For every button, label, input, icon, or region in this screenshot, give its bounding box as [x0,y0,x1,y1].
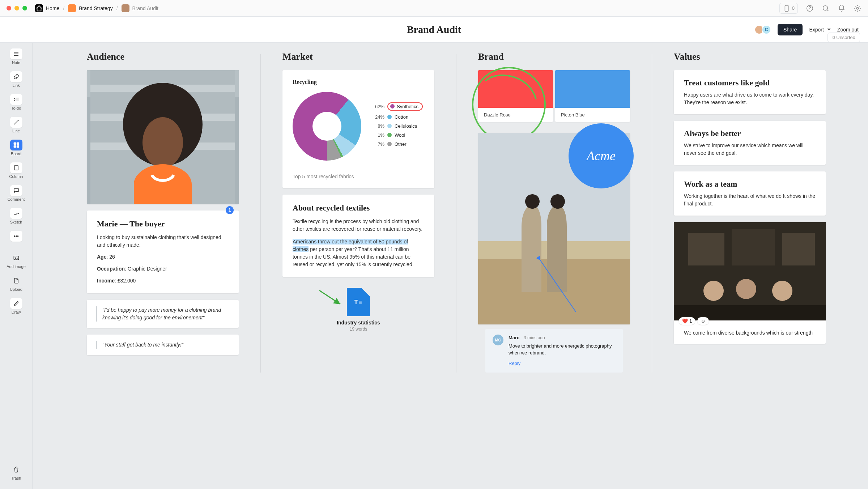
home-icon [35,4,43,12]
column-divider [260,54,261,373]
column-market: Market Recycling 62% Synthetics 24%Cot [282,51,434,373]
comment-timestamp: 3 mins ago [524,335,545,340]
tool-sketch[interactable]: Sketch [3,206,29,226]
share-button[interactable]: Share [778,24,803,35]
pencil-icon [13,300,20,307]
line-icon [13,119,20,126]
tool-label: Note [12,60,20,65]
reaction-count: 1 [689,318,692,324]
device-icon [783,4,791,12]
kv-value: 26 [109,254,115,260]
tool-draw[interactable]: Draw [3,296,29,316]
chart-caption: Top 5 most recycled fabrics [293,174,424,179]
tool-note[interactable]: Note [3,46,29,67]
bell-icon[interactable] [838,4,846,12]
tool-board[interactable]: Board [3,137,29,158]
folder-icon [122,4,129,12]
add-reaction-button[interactable]: ☺ [697,317,709,325]
legend-label: Cotton [395,114,408,120]
tool-add-image[interactable]: Add image [3,250,29,271]
document-block[interactable]: T≡ Industry statistics 19 words [282,288,434,332]
export-button[interactable]: Export [809,27,830,33]
reply-button[interactable]: Reply [509,360,616,367]
unsorted-count: 0 [832,35,835,40]
comment-thread[interactable]: MC Marc 3 mins ago Move to brighter and … [485,329,623,373]
trash-icon [13,466,20,473]
persona-card[interactable]: 1 Marie — The buyer Looking to buy susta… [87,211,239,293]
tool-label: Link [12,83,20,88]
tool-label: Upload [10,287,22,292]
comment-count-badge[interactable]: 1 [226,206,234,214]
chart-title: Recycling [293,79,424,85]
recycling-chart-card[interactable]: Recycling 62% Synthetics 24%Cotton 8%Cel… [282,70,434,188]
svg-point-13 [15,257,16,258]
svg-rect-8 [14,166,18,170]
svg-point-3 [856,7,859,9]
avatar: MC [493,335,503,345]
value-body: Working together is the heart of what we… [684,192,816,208]
upload-icon [13,277,20,284]
quote-text: "I'd be happy to pay more money for a cl… [96,306,229,322]
comment-text: Move to brighter and more energetic phot… [509,343,616,357]
tool-trash[interactable]: Trash [3,462,29,482]
svg-point-11 [17,236,18,237]
note-icon [13,51,20,57]
acme-logo-badge: Acme [569,123,634,188]
minimize-window-icon[interactable] [14,6,19,10]
device-count: 0 [792,5,795,11]
value-card[interactable]: Treat customers like gold Happy users ar… [674,70,826,114]
help-icon[interactable] [806,4,814,12]
brand-photo-card[interactable]: Acme [478,133,630,324]
card-text: per person per year? That's about 11 mil… [293,246,414,267]
column-divider [652,54,652,373]
quote-card[interactable]: "I'd be happy to pay more money for a cl… [87,300,239,328]
annotation-arrow [319,290,344,308]
reactions: ❤️ 1 ☺ [679,317,709,325]
persona-photo [87,70,239,204]
legend-label: Cellulosics [395,123,417,129]
board-canvas[interactable]: Audience 1 [33,43,868,489]
tool-column[interactable]: Column [3,160,29,181]
tool-upload[interactable]: Upload [3,273,29,294]
breadcrumb-current[interactable]: Brand Audit [122,4,158,12]
value-title: Always be better [684,129,816,138]
breadcrumb-home[interactable]: Home [35,4,59,12]
svg-point-31 [736,279,756,299]
breadcrumb-current-label: Brand Audit [132,5,158,11]
unsorted-pill[interactable]: 0 Unsorted [827,33,860,42]
tool-link[interactable]: Link [3,69,29,90]
device-indicator[interactable]: 0 [779,3,798,14]
reaction-heart[interactable]: ❤️ 1 [679,317,695,325]
column-heading: Values [674,51,826,62]
swatch-card[interactable]: Picton Blue [555,70,630,122]
zoom-out-button[interactable]: Zoom out [837,27,859,33]
maximize-window-icon[interactable] [22,6,27,10]
presence-avatars[interactable]: C [757,25,771,34]
value-card[interactable]: Work as a team Working together is the h… [674,171,826,216]
persona-image-card[interactable] [87,70,239,204]
column-brand: Brand Dazzle Rose Picton Blue [478,51,630,373]
values-photo-card[interactable]: ❤️ 1 ☺ We come from diverse backgrounds … [674,222,826,344]
value-title: Treat customers like gold [684,78,816,88]
column-icon [13,165,20,171]
sketch-icon [13,210,20,217]
legend-label: Wool [395,132,405,138]
breadcrumb-parent[interactable]: Brand Strategy [68,4,112,12]
quote-text: "Your staff got back to me instantly!" [96,341,229,349]
gear-icon[interactable] [854,4,861,12]
tool-more[interactable] [3,229,29,244]
search-icon[interactable] [822,4,830,12]
donut-chart [293,92,361,161]
tool-todo[interactable]: To-do [3,92,29,112]
team-photo [674,222,826,320]
close-window-icon[interactable] [7,6,11,10]
column-heading: Brand [478,51,630,62]
todo-icon [13,96,20,103]
svg-rect-7 [17,146,18,148]
tool-comment[interactable]: Comment [3,183,29,204]
tool-line[interactable]: Line [3,115,29,135]
textiles-card[interactable]: About recycled textiles Textile recyclin… [282,195,434,277]
quote-card[interactable]: "Your staff got back to me instantly!" [87,335,239,355]
svg-point-2 [823,5,828,10]
value-card[interactable]: Always be better We strive to improve ou… [674,121,826,165]
